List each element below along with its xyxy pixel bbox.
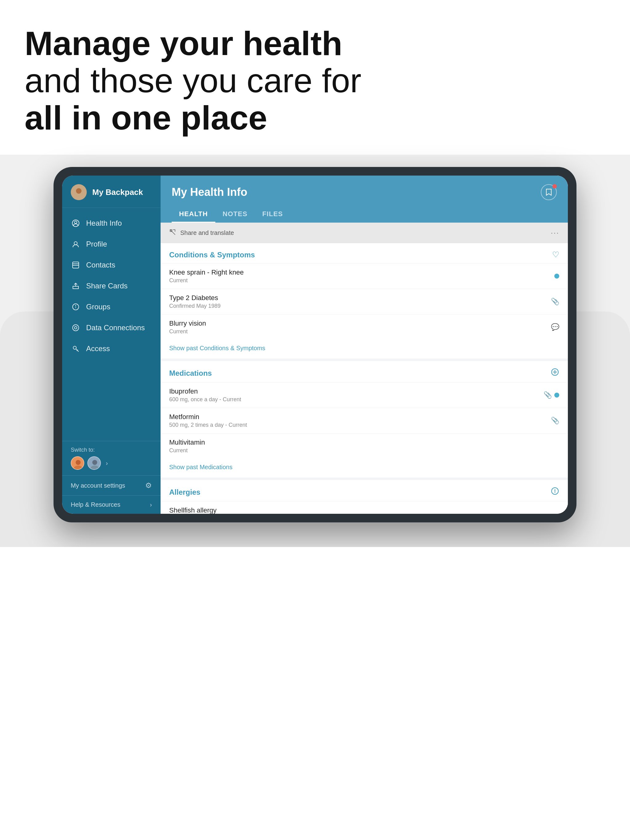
data-connections-icon: [71, 323, 81, 333]
notification-badge: [552, 184, 557, 188]
sidebar-item-share-cards[interactable]: Share Cards: [62, 275, 161, 297]
ibuprofen-attachment-icon: 📎: [544, 391, 552, 399]
metformin-text: Metformin 500 mg, 2 times a day - Curren…: [169, 413, 247, 428]
conditions-section: Conditions & Symptoms ♡ Knee sprain - Ri…: [161, 243, 568, 361]
share-translate-label: Share and translate: [180, 229, 234, 237]
allergy-item-shellfish[interactable]: Shellfish allergy Food Allergy - Confirm…: [161, 501, 568, 514]
content-area: Share and translate ··· Conditions & Sym…: [161, 223, 568, 514]
profile-icon: [71, 239, 81, 249]
switch-avatar-2[interactable]: [87, 456, 101, 470]
svg-point-13: [74, 466, 82, 470]
ibuprofen-dot: [554, 393, 559, 398]
sidebar-item-profile[interactable]: Profile: [62, 234, 161, 254]
tab-files[interactable]: FILES: [255, 206, 290, 223]
medication-item-multivitamin[interactable]: Multivitamin Current: [161, 433, 568, 459]
ibuprofen-name: Ibuprofen: [169, 387, 241, 395]
main-title: My Health Info: [172, 186, 247, 199]
svg-point-4: [74, 242, 77, 245]
medications-header: Medications: [161, 361, 568, 382]
svg-point-3: [74, 221, 77, 224]
allergies-header: Allergies: [161, 480, 568, 501]
account-settings[interactable]: My account settings ⚙: [62, 475, 161, 495]
hero-section: Manage your health and those you care fo…: [0, 0, 630, 155]
groups-label: Groups: [86, 303, 111, 311]
svg-point-1: [74, 194, 83, 198]
diabetes-attachment-icon: 📎: [551, 298, 559, 306]
medications-section: Medications Ibuprofen 60: [161, 361, 568, 480]
help-resources[interactable]: Help & Resources ›: [62, 495, 161, 514]
hero-text: Manage your health and those you care fo…: [25, 25, 605, 136]
sidebar-item-groups[interactable]: Groups: [62, 297, 161, 317]
groups-icon: [71, 302, 81, 312]
share-translate-icon: [169, 229, 176, 237]
main-header: My Health Info HEALTH NOTES FILES: [161, 175, 568, 223]
medication-item-metformin[interactable]: Metformin 500 mg, 2 times a day - Curren…: [161, 408, 568, 433]
sidebar-user-name: My Backpack: [92, 188, 143, 197]
main-header-top: My Health Info: [172, 184, 557, 200]
medications-icon: [551, 368, 559, 379]
show-past-conditions[interactable]: Show past Conditions & Symptoms: [161, 340, 568, 358]
show-past-medications[interactable]: Show past Medications: [161, 459, 568, 477]
conditions-header: Conditions & Symptoms ♡: [161, 243, 568, 263]
knee-sprain-name: Knee sprain - Right knee: [169, 268, 244, 276]
share-more-icon[interactable]: ···: [551, 228, 559, 238]
tab-health[interactable]: HEALTH: [172, 206, 215, 223]
device-wrapper: My Backpack Health Info: [0, 155, 630, 547]
sidebar-item-data-connections[interactable]: Data Connections: [62, 317, 161, 338]
metformin-sub: 500 mg, 2 times a day - Current: [169, 422, 247, 428]
hero-line3: all in one place: [25, 99, 605, 136]
shellfish-name: Shellfish allergy: [169, 507, 244, 514]
share-cards-icon: [71, 281, 81, 291]
sidebar-nav: Health Info Profile: [62, 208, 161, 441]
conditions-title: Conditions & Symptoms: [169, 251, 255, 259]
condition-item-knee-sprain[interactable]: Knee sprain - Right knee Current: [161, 263, 568, 289]
condition-item-diabetes[interactable]: Type 2 Diabetes Confirmed May 1989 📎: [161, 289, 568, 314]
sidebar-item-health-info[interactable]: Health Info: [62, 213, 161, 234]
profile-label: Profile: [86, 240, 107, 248]
diabetes-sub: Confirmed May 1989: [169, 303, 220, 309]
contacts-icon: [71, 260, 81, 270]
health-info-label: Health Info: [86, 219, 122, 227]
hero-line2: and those you care for: [25, 62, 605, 99]
switch-chevron-icon: ›: [106, 459, 108, 467]
blurry-vision-text: Blurry vision Current: [169, 319, 206, 335]
main-content: My Health Info HEALTH NOTES FILES: [161, 175, 568, 514]
knee-sprain-text: Knee sprain - Right knee Current: [169, 268, 244, 284]
share-bar-left[interactable]: Share and translate: [169, 229, 234, 237]
medication-item-ibuprofen[interactable]: Ibuprofen 600 mg, once a day - Current 📎: [161, 382, 568, 408]
knee-sprain-dot: [554, 274, 559, 279]
data-connections-label: Data Connections: [86, 324, 145, 332]
tab-notes[interactable]: NOTES: [215, 206, 255, 223]
sidebar: My Backpack Health Info: [62, 175, 161, 514]
access-label: Access: [86, 344, 110, 353]
settings-gear-icon[interactable]: ⚙: [145, 481, 152, 490]
tabs-bar: HEALTH NOTES FILES: [172, 206, 557, 223]
tablet-frame: My Backpack Health Info: [54, 167, 576, 523]
conditions-heart-icon: ♡: [552, 250, 559, 259]
switch-avatars[interactable]: ›: [71, 456, 152, 470]
ibuprofen-text: Ibuprofen 600 mg, once a day - Current: [169, 387, 241, 403]
allergies-section: Allergies Shellfish allergy: [161, 480, 568, 514]
multivitamin-name: Multivitamin: [169, 439, 205, 447]
switch-avatar-1[interactable]: [71, 456, 84, 470]
multivitamin-text: Multivitamin Current: [169, 439, 205, 454]
diabetes-text: Type 2 Diabetes Confirmed May 1989: [169, 294, 220, 309]
shellfish-text: Shellfish allergy Food Allergy - Confirm…: [169, 507, 244, 514]
condition-item-blurry-vision[interactable]: Blurry vision Current 💬: [161, 314, 568, 340]
health-info-icon: [71, 218, 81, 228]
account-settings-label: My account settings: [71, 482, 125, 489]
svg-point-0: [76, 188, 82, 194]
help-resources-label: Help & Resources: [71, 501, 120, 508]
svg-point-15: [90, 466, 99, 470]
sidebar-item-contacts[interactable]: Contacts: [62, 254, 161, 275]
svg-point-12: [76, 460, 81, 465]
metformin-attachment-icon: 📎: [551, 417, 559, 425]
allergies-title: Allergies: [169, 488, 200, 497]
ibuprofen-sub: 600 mg, once a day - Current: [169, 396, 241, 403]
svg-point-10: [74, 327, 77, 329]
help-chevron-icon: ›: [150, 501, 152, 508]
sidebar-item-access[interactable]: Access: [62, 338, 161, 359]
blurry-vision-note-icon: 💬: [551, 323, 559, 331]
diabetes-name: Type 2 Diabetes: [169, 294, 220, 302]
notification-button[interactable]: [541, 184, 557, 200]
